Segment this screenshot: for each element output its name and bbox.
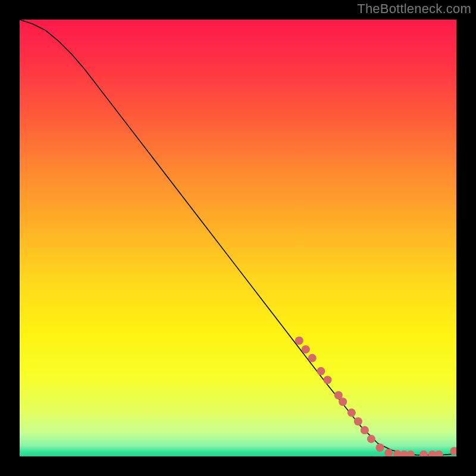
highlight-dot [367, 435, 375, 443]
highlight-dot [435, 450, 443, 456]
chart-svg [20, 20, 456, 456]
highlight-dot [317, 367, 325, 375]
highlight-dot [302, 345, 310, 353]
chart-frame: TheBottleneck.com [0, 0, 476, 476]
highlight-dot [339, 397, 347, 406]
highlight-dot [406, 450, 415, 456]
highlight-dot [308, 354, 317, 362]
highlight-dot [376, 443, 384, 452]
highlight-dot [323, 376, 331, 384]
highlight-dot [419, 450, 428, 456]
highlight-dot [361, 426, 369, 434]
watermark-text: TheBottleneck.com [357, 1, 471, 17]
highlight-dot [354, 417, 362, 425]
plot-area [20, 20, 456, 456]
highlight-dot [347, 409, 356, 417]
highlight-dot [295, 336, 303, 345]
curve-path [20, 20, 456, 455]
